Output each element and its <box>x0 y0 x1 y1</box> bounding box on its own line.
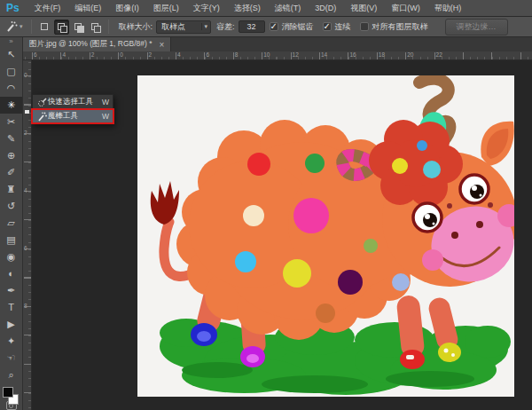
history-brush-tool[interactable]: ↺ <box>0 198 22 215</box>
ruler-number: 0 <box>24 72 27 78</box>
clone-stamp-tool[interactable]: ♜ <box>0 181 22 198</box>
menu-image[interactable]: 图像(I) <box>108 0 146 16</box>
ruler-number: 12 <box>293 51 299 58</box>
shape-tool-icon: ✦ <box>7 335 15 346</box>
menu-edit[interactable]: 编辑(E) <box>67 0 108 16</box>
menu-file[interactable]: 文件(F) <box>27 0 68 16</box>
eyedropper-tool[interactable]: ✎ <box>0 130 22 147</box>
brush-tool[interactable]: ✐ <box>0 164 22 181</box>
dodge-tool-icon: ◐ <box>8 268 14 279</box>
cow-illustration <box>137 75 514 397</box>
flower-dot <box>417 140 427 151</box>
lasso-tool[interactable]: ◠ <box>0 80 22 97</box>
sample-size-dropdown[interactable]: 取样点 ▾ <box>156 20 211 34</box>
horizontal-ruler[interactable]: 6420246810121416182022 <box>23 51 532 60</box>
anti-alias-checkbox[interactable]: 消除锯齿 <box>270 21 314 33</box>
zoom-tool[interactable]: ⌕ <box>0 367 22 383</box>
healing-brush-tool-icon: ⊕ <box>7 150 15 161</box>
ruler-number: 6 <box>24 245 27 251</box>
blur-tool[interactable]: ◉ <box>0 248 22 265</box>
body-dot <box>283 259 311 288</box>
marquee-tool[interactable]: ▢ <box>0 63 22 80</box>
ruler-number: 2 <box>24 130 27 136</box>
color-swatches[interactable] <box>0 385 22 401</box>
document-tab[interactable]: 图片.jpg @ 100% (图层 1, RGB/8#) * × <box>23 37 171 51</box>
new-selection-button[interactable] <box>37 20 52 35</box>
ruler-number: 16 <box>349 51 356 58</box>
foreground-color-swatch[interactable] <box>3 387 13 398</box>
flyout-magic-wand-tool[interactable]: 魔棒工具 W <box>33 109 113 123</box>
gradient-tool-icon: ▤ <box>6 234 15 245</box>
menu-type[interactable]: 文字(Y) <box>186 0 227 16</box>
separator <box>31 20 32 34</box>
tolerance-input[interactable]: 32 <box>239 20 265 33</box>
add-to-selection-button[interactable] <box>54 20 69 35</box>
move-tool[interactable]: ↖ <box>0 46 22 63</box>
ruler-number: 4 <box>177 51 181 58</box>
tab-close-icon[interactable]: × <box>160 40 165 50</box>
brush-tool-icon: ✐ <box>7 167 15 177</box>
dodge-tool[interactable]: ◐ <box>0 265 22 282</box>
hand-tool[interactable]: ☜ <box>0 350 22 367</box>
toolbar: » ↖▢◠✳✂✎⊕✐♜↺▱▤◉◐✒T▶✦☜⌕ <box>0 37 23 410</box>
pen-tool[interactable]: ✒ <box>0 282 22 299</box>
checkbox-icon <box>323 22 332 31</box>
contiguous-checkbox[interactable]: 连续 <box>323 21 351 33</box>
anti-alias-label: 消除锯齿 <box>282 21 314 33</box>
magic-wand-tool-icon: ✳ <box>7 99 15 110</box>
lasso-tool-icon: ◠ <box>7 83 16 93</box>
pen-tool-icon: ✒ <box>7 285 15 296</box>
document-tab-bar: 图片.jpg @ 100% (图层 1, RGB/8#) * × <box>23 37 532 51</box>
tool-flyout-menu: 快速选择工具 W 魔棒工具 W <box>32 94 113 124</box>
blur-tool-icon: ◉ <box>7 251 16 262</box>
body-dot <box>364 239 378 253</box>
crop-tool[interactable]: ✂ <box>0 114 22 130</box>
ruler-number: 4 <box>24 187 27 193</box>
body-dot <box>316 304 335 323</box>
type-tool[interactable]: T <box>0 299 22 316</box>
ruler-number: 18 <box>379 51 385 58</box>
healing-brush-tool[interactable]: ⊕ <box>0 147 22 164</box>
flyout-item-label: 快速选择工具 <box>48 97 98 107</box>
body-dot <box>247 153 270 176</box>
menu-view[interactable]: 视图(V) <box>343 0 384 16</box>
path-selection-tool[interactable]: ▶ <box>0 316 22 333</box>
flyout-item-shortcut: W <box>102 112 109 121</box>
sample-all-layers-checkbox[interactable]: 对所有图层取样 <box>360 21 428 33</box>
clone-stamp-tool-icon: ♜ <box>7 184 16 194</box>
add-selection-icon-overlay <box>60 26 67 33</box>
flyout-quick-selection-tool[interactable]: 快速选择工具 W <box>33 95 113 109</box>
menu-select[interactable]: 选择(S) <box>227 0 268 16</box>
eraser-tool[interactable]: ▱ <box>0 215 22 232</box>
body-dot <box>293 198 329 233</box>
checkbox-icon <box>270 22 278 31</box>
intersect-selection-button[interactable] <box>88 20 103 35</box>
menu-filter[interactable]: 滤镜(T) <box>268 0 309 16</box>
shape-tool[interactable]: ✦ <box>0 333 22 350</box>
menu-3d[interactable]: 3D(D) <box>308 0 343 16</box>
gradient-tool[interactable]: ▤ <box>0 232 22 248</box>
flyout-item-shortcut: W <box>102 98 109 106</box>
marquee-tool-icon: ▢ <box>6 66 15 76</box>
subtract-from-selection-button[interactable] <box>71 20 86 35</box>
hand-tool-icon: ☜ <box>7 352 16 363</box>
magic-wand-icon <box>5 20 18 33</box>
ruler-number: 14 <box>321 51 327 58</box>
refine-edge-button[interactable]: 调整边缘… <box>445 19 508 35</box>
nostril <box>476 221 483 228</box>
freckle <box>488 202 493 208</box>
menu-help[interactable]: 帮助(H) <box>427 0 469 16</box>
options-bar: ▾ 取样大小: 取样点 ▾ 容差: 32 消除锯齿 连续 对所有图层取样 调整边… <box>0 17 532 37</box>
ruler-number: 8 <box>24 303 27 309</box>
eyedropper-tool-icon: ✎ <box>7 133 15 144</box>
current-tool-button[interactable]: ▾ <box>0 20 27 33</box>
menu-window[interactable]: 窗口(W) <box>384 0 427 16</box>
checkbox-icon <box>360 22 369 31</box>
document-canvas[interactable] <box>137 75 514 397</box>
zoom-tool-icon: ⌕ <box>8 369 13 380</box>
ruler-number: 6 <box>206 51 209 58</box>
toolbar-collapse-icon[interactable]: » <box>0 37 22 46</box>
ruler-number: 10 <box>263 51 270 58</box>
menu-layer[interactable]: 图层(L) <box>146 0 186 16</box>
magic-wand-tool[interactable]: ✳ <box>0 97 22 114</box>
